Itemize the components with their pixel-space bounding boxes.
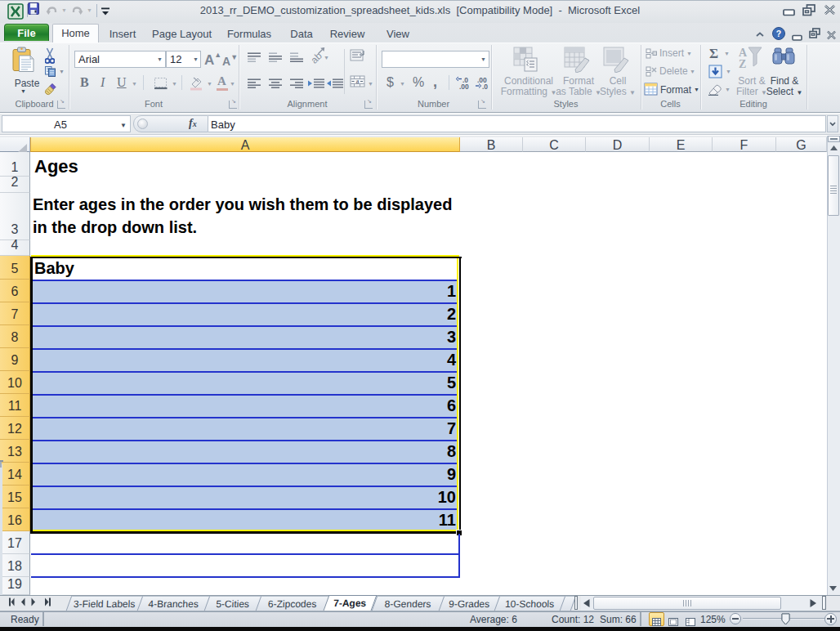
svg-text:?: ? [776, 29, 781, 38]
svg-text:ab: ab [309, 50, 324, 64]
svg-text:.00: .00 [459, 83, 469, 90]
svg-text:.0: .0 [482, 83, 488, 90]
svg-text:Z: Z [739, 58, 746, 70]
svg-text:a: a [356, 78, 360, 85]
svg-text:A: A [739, 47, 748, 59]
